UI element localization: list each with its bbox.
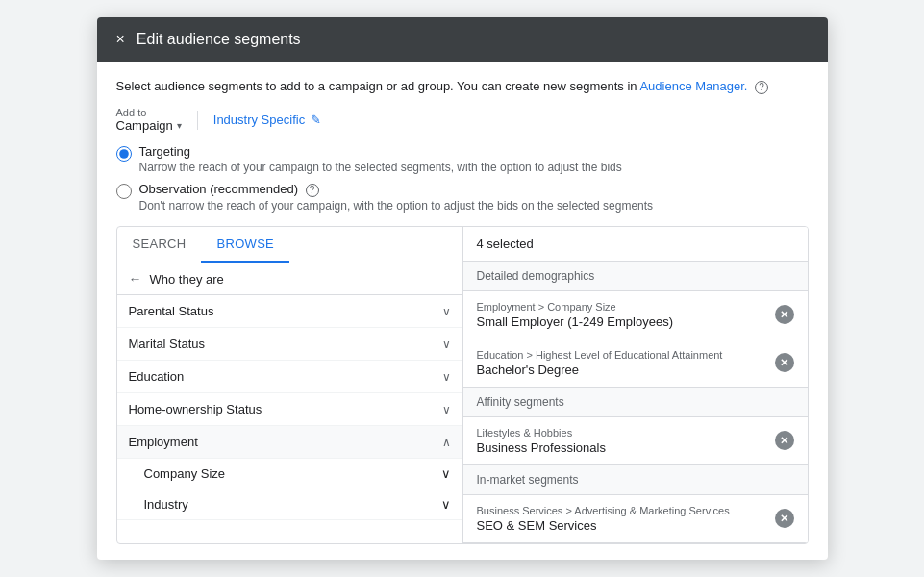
sub-item-industry[interactable]: Industry ∨	[117, 489, 462, 520]
tab-browse[interactable]: BROWSE	[201, 227, 289, 263]
close-icon[interactable]: ×	[116, 31, 125, 48]
campaign-dropdown-chevron: ▾	[177, 120, 182, 131]
sub-item-company-size[interactable]: Company Size ∨	[117, 459, 462, 489]
remove-icon: ✕	[780, 358, 788, 368]
add-to-label: Add to Campaign ▾	[116, 107, 182, 133]
item-category: Education > Highest Level of Educational…	[477, 349, 723, 361]
remove-icon: ✕	[780, 310, 788, 320]
modal-title: Edit audience segments	[137, 31, 301, 48]
observation-help-icon[interactable]: ?	[306, 184, 319, 197]
chevron-down-icon: ∨	[442, 370, 451, 384]
selected-item: Employment > Company Size Small Employer…	[463, 291, 808, 339]
chevron-down-icon: ∨	[441, 497, 451, 512]
observation-option: Observation (recommended) ? Don't narrow…	[116, 182, 809, 213]
tab-bar: SEARCH BROWSE	[117, 227, 462, 263]
item-value: Bachelor's Degree	[477, 363, 723, 377]
selected-item: Lifestyles & Hobbies Business Profession…	[463, 417, 808, 465]
targeting-option: Targeting Narrow the reach of your campa…	[116, 144, 809, 174]
chevron-down-icon: ∨	[442, 403, 451, 416]
audience-manager-link[interactable]: Audience Manager.	[639, 79, 747, 93]
item-category: Lifestyles & Hobbies	[477, 427, 606, 439]
observation-label: Observation (recommended) ?	[139, 182, 654, 197]
back-row[interactable]: ← Who they are	[117, 263, 462, 295]
list-item[interactable]: Home-ownership Status ∨	[117, 393, 462, 426]
right-panel: 4 selected Detailed demographics Employm…	[463, 227, 808, 543]
list-item[interactable]: Parental Status ∨	[117, 295, 462, 328]
item-category: Business Services > Advertising & Market…	[477, 505, 730, 516]
chevron-down-icon: ∨	[442, 338, 451, 351]
edit-audience-modal: × Edit audience segments Select audience…	[97, 17, 828, 561]
edit-icon[interactable]: ✎	[311, 113, 321, 127]
item-value: SEO & SEM Services	[477, 518, 730, 533]
item-value: Small Employer (1-249 Employees)	[477, 314, 673, 329]
back-label: Who they are	[150, 272, 224, 287]
add-to-row: Add to Campaign ▾ Industry Specific ✎	[116, 107, 809, 133]
back-arrow-icon: ←	[129, 271, 142, 287]
remove-icon: ✕	[780, 436, 788, 446]
remove-icon: ✕	[780, 514, 788, 524]
modal-header: × Edit audience segments	[97, 17, 828, 62]
remove-button[interactable]: ✕	[775, 305, 794, 324]
chevron-down-icon: ∨	[442, 305, 451, 318]
radio-section: Targeting Narrow the reach of your campa…	[116, 144, 809, 213]
section-header-inmarket: In-market segments	[463, 465, 808, 495]
observation-description: Don't narrow the reach of your campaign,…	[139, 199, 654, 213]
targeting-radio[interactable]	[116, 146, 132, 162]
observation-radio[interactable]	[116, 184, 132, 199]
item-value: Business Professionals	[477, 440, 606, 455]
campaign-dropdown[interactable]: Campaign ▾	[116, 118, 182, 133]
description-help-icon[interactable]: ?	[755, 81, 768, 94]
selected-count: 4 selected	[463, 227, 808, 262]
left-panel: SEARCH BROWSE ← Who they are Parental St…	[117, 227, 463, 543]
modal-body: Select audience segments to add to a cam…	[97, 62, 828, 561]
list-item-employment[interactable]: Employment ∧	[117, 426, 462, 459]
content-panel: SEARCH BROWSE ← Who they are Parental St…	[116, 226, 809, 544]
vertical-divider	[197, 111, 198, 130]
targeting-description: Narrow the reach of your campaign to the…	[139, 161, 622, 174]
industry-specific-label: Industry Specific ✎	[213, 113, 321, 127]
chevron-up-icon: ∧	[442, 436, 451, 449]
selected-item: Business Services > Advertising & Market…	[463, 495, 808, 543]
section-header-affinity: Affinity segments	[463, 388, 808, 417]
targeting-label: Targeting	[139, 144, 622, 159]
list-item[interactable]: Education ∨	[117, 361, 462, 393]
tab-search[interactable]: SEARCH	[117, 227, 202, 263]
description-text: Select audience segments to add to a cam…	[116, 77, 809, 96]
item-category: Employment > Company Size	[477, 301, 673, 313]
section-header-detailed: Detailed demographics	[463, 262, 808, 291]
list-item[interactable]: Marital Status ∨	[117, 328, 462, 361]
remove-button[interactable]: ✕	[775, 431, 794, 450]
chevron-down-icon: ∨	[441, 466, 451, 481]
remove-button[interactable]: ✕	[775, 509, 794, 528]
selected-item: Education > Highest Level of Educational…	[463, 339, 808, 388]
remove-button[interactable]: ✕	[775, 353, 794, 372]
